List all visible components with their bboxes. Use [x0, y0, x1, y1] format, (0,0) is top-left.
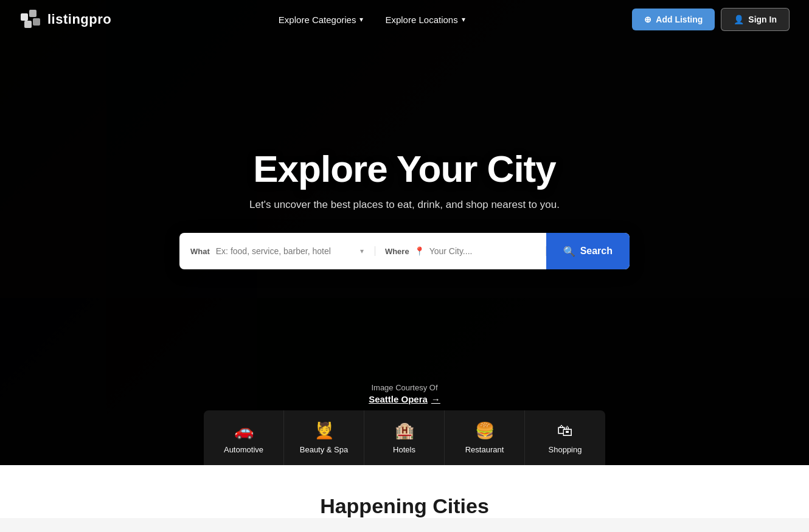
- location-icon: 📍: [414, 246, 425, 256]
- nav-links: Explore Categories ▾ Explore Locations ▾: [270, 10, 474, 30]
- hotels-icon: 🏨: [395, 421, 414, 440]
- search-where-section: Where 📍: [375, 246, 546, 256]
- logo-icon: [19, 9, 41, 30]
- image-credit-name: Seattle Opera: [369, 394, 428, 404]
- category-item-automotive[interactable]: 🚗Automotive: [204, 410, 284, 465]
- explore-categories-button[interactable]: Explore Categories ▾: [270, 10, 372, 30]
- svg-rect-2: [24, 21, 32, 28]
- hero-subtitle: Let's uncover the best places to eat, dr…: [249, 199, 560, 211]
- search-where-input[interactable]: [429, 246, 536, 256]
- add-listing-button[interactable]: ⊕ Add Listing: [632, 9, 715, 30]
- category-item-shopping[interactable]: 🛍Shopping: [525, 410, 605, 465]
- hero-section: listingpro Explore Categories ▾ Explore …: [0, 0, 809, 465]
- svg-rect-3: [33, 18, 40, 26]
- svg-rect-0: [21, 13, 28, 21]
- chevron-down-icon: ▾: [360, 247, 364, 255]
- shopping-label: Shopping: [549, 445, 582, 454]
- what-label: What: [190, 247, 210, 256]
- arrow-icon: →: [431, 394, 440, 404]
- image-credit-link[interactable]: Seattle Opera →: [369, 394, 440, 404]
- where-label: Where: [385, 247, 409, 256]
- search-bar: What ▾ Where 📍 🔍 Search: [179, 233, 630, 269]
- happening-cities-title: Happening Cities: [19, 494, 790, 518]
- search-icon: 🔍: [563, 246, 575, 257]
- happening-cities-section: Happening Cities: [0, 465, 809, 518]
- chevron-down-icon: ▾: [462, 15, 465, 24]
- restaurant-icon: 🍔: [475, 421, 495, 440]
- automotive-label: Automotive: [224, 445, 263, 454]
- search-button[interactable]: 🔍 Search: [546, 233, 630, 269]
- sign-in-button[interactable]: 👤 Sign In: [721, 8, 790, 31]
- chevron-down-icon: ▾: [359, 15, 363, 24]
- category-item-hotels[interactable]: 🏨Hotels: [364, 410, 445, 465]
- category-item-beauty-spa[interactable]: 💆Beauty & Spa: [284, 410, 364, 465]
- hero-title: Explore Your City: [253, 147, 556, 190]
- navbar: listingpro Explore Categories ▾ Explore …: [0, 0, 809, 39]
- user-icon: 👤: [734, 15, 744, 24]
- plus-icon: ⊕: [644, 15, 651, 24]
- hotels-label: Hotels: [393, 445, 415, 454]
- beauty-spa-icon: 💆: [314, 421, 334, 440]
- image-credit-prefix: Image Courtesy Of: [369, 383, 440, 392]
- category-item-restaurant[interactable]: 🍔Restaurant: [445, 410, 525, 465]
- restaurant-label: Restaurant: [465, 445, 504, 454]
- category-bar: 🚗Automotive💆Beauty & Spa🏨Hotels🍔Restaura…: [0, 410, 809, 465]
- nav-actions: ⊕ Add Listing 👤 Sign In: [632, 8, 790, 31]
- logo-text: listingpro: [47, 12, 111, 27]
- search-what-section[interactable]: What ▾: [179, 246, 375, 256]
- svg-rect-1: [29, 10, 36, 17]
- search-what-input[interactable]: [216, 246, 354, 256]
- automotive-icon: 🚗: [234, 421, 254, 440]
- shopping-icon: 🛍: [557, 421, 573, 440]
- logo[interactable]: listingpro: [19, 9, 111, 30]
- image-credit: Image Courtesy Of Seattle Opera →: [369, 383, 440, 404]
- beauty-spa-label: Beauty & Spa: [300, 445, 349, 454]
- explore-locations-button[interactable]: Explore Locations ▾: [377, 10, 473, 30]
